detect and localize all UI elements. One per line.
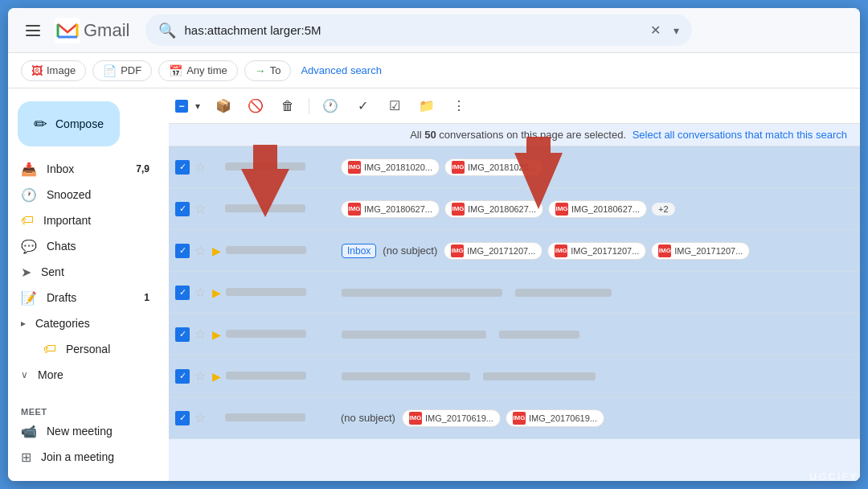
filter-chip-image[interactable]: 🖼 Image [21, 60, 86, 81]
email-content [342, 289, 854, 297]
move-to-button[interactable]: 📁 [412, 92, 441, 121]
to-chip-icon: → [255, 64, 266, 77]
more-options-button[interactable]: ⋮ [444, 92, 473, 121]
table-row[interactable]: ☆ ▶ [169, 355, 860, 397]
tag-button[interactable]: ▶ [211, 327, 223, 343]
meet-section-header: Meet [8, 401, 169, 418]
sidebar-item-chats[interactable]: 💬 Chats [8, 233, 162, 259]
toolbar: ▾ 📦 🚫 🗑 🕐 ✓ ☑ 📁 ⋮ [169, 88, 860, 124]
table-row[interactable]: ☆ ▶ Inbox (no subject) IMG IMG_20171207.… [169, 230, 860, 272]
filter-chip-to[interactable]: → To [244, 60, 292, 81]
table-row[interactable]: ☆ ▶ [169, 272, 860, 314]
row-checkbox[interactable] [175, 244, 190, 258]
advanced-search-button[interactable]: Advanced search [301, 64, 381, 76]
delete-button[interactable]: 🗑 [273, 92, 302, 121]
report-button[interactable]: 🚫 [241, 92, 270, 121]
sender-name [226, 328, 338, 340]
join-meeting-label: Join a meeting [41, 450, 149, 463]
chats-label: Chats [47, 240, 149, 253]
select-all-area[interactable]: ▾ [175, 92, 206, 121]
table-row[interactable]: ☆ IMG IMG_20181020... IMG [169, 146, 860, 188]
mark-unread-button[interactable]: 🕐 [316, 92, 345, 121]
attachment-chip: IMG IMG_20171207... [547, 242, 646, 260]
select-dropdown-button[interactable]: ▾ [190, 92, 206, 121]
hangouts-section-header: Hangouts [8, 479, 169, 481]
sidebar-item-categories[interactable]: ▸ Categories [8, 310, 162, 336]
attachment-name: IMG_20170619... [529, 413, 597, 423]
filter-chip-pdf[interactable]: 📄 PDF [92, 60, 152, 81]
tag-button[interactable]: ▶ [211, 243, 223, 259]
attachment-name: IMG_20180627... [364, 204, 432, 214]
drafts-label: Drafts [47, 291, 134, 304]
status-text-before: All [410, 129, 421, 141]
sidebar-item-join-meeting[interactable]: ⊞ Join a meeting [8, 444, 162, 470]
new-meeting-icon: 📹 [21, 424, 37, 439]
table-row[interactable]: ☆ ▶ [169, 314, 860, 355]
email-subject: (no subject) [341, 412, 395, 424]
img-icon: IMG [348, 203, 361, 216]
email-content: IMG IMG_20180627... IMG IMG_20180627... … [341, 200, 854, 218]
sidebar: ✏ Compose 📥 Inbox 7,9 🕐 Snoozed 🏷 Import… [8, 88, 169, 481]
main-area: ▾ 📦 🚫 🗑 🕐 ✓ ☑ 📁 ⋮ All 50 conversa [169, 88, 860, 481]
attachment-chip: IMG IMG_20170619... [506, 409, 604, 427]
star-button[interactable]: ☆ [193, 325, 207, 343]
menu-icon[interactable] [21, 20, 45, 41]
archive-button[interactable]: 📦 [209, 92, 238, 121]
row-checkbox[interactable] [175, 369, 190, 384]
anytime-chip-icon: 📅 [169, 64, 182, 77]
star-button[interactable]: ☆ [193, 241, 207, 260]
sidebar-item-snoozed[interactable]: 🕐 Snoozed [8, 182, 162, 208]
email-list: ☆ IMG IMG_20181020... IMG [169, 146, 860, 481]
clear-search-button[interactable]: ✕ [645, 21, 665, 39]
main-panel: ▾ 📦 🚫 🗑 🕐 ✓ ☑ 📁 ⋮ All 50 conversa [169, 88, 860, 481]
table-row[interactable]: ☆ (no subject) IMG IMG_20170619... [169, 397, 860, 439]
select-all-checkbox[interactable] [175, 100, 188, 113]
filter-chip-any-time[interactable]: 📅 Any time [158, 60, 238, 81]
join-meeting-icon: ⊞ [21, 450, 31, 465]
sidebar-item-new-meeting[interactable]: 📹 New meeting [8, 418, 162, 444]
attachment-chip: IMG IMG_20180627... [444, 200, 543, 218]
sidebar-item-drafts[interactable]: 📝 Drafts 1 [8, 285, 162, 310]
row-checkbox[interactable] [175, 160, 190, 175]
search-dropdown-button[interactable]: ▾ [674, 24, 679, 37]
personal-label: Personal [66, 343, 149, 355]
tag-button[interactable]: ▶ [211, 368, 223, 384]
row-checkbox[interactable] [175, 327, 190, 342]
row-checkbox[interactable] [175, 286, 190, 300]
sidebar-item-inbox[interactable]: 📥 Inbox 7,9 [8, 156, 162, 182]
img-icon: IMG [452, 203, 465, 216]
compose-button[interactable]: ✏ Compose [18, 101, 120, 146]
star-button[interactable]: ☆ [193, 199, 207, 218]
tag-button[interactable]: ▶ [211, 285, 223, 301]
pdf-chip-label: PDF [121, 64, 141, 76]
row-checkbox[interactable] [175, 411, 190, 425]
sidebar-item-important[interactable]: 🏷 Important [8, 208, 162, 233]
snooze-button[interactable]: ✓ [348, 92, 377, 121]
add-to-tasks-button[interactable]: ☑ [380, 92, 409, 121]
sidebar-item-sent[interactable]: ➤ Sent [8, 259, 162, 285]
status-count: 50 [424, 129, 436, 141]
search-bar: 🔍 ✕ ▾ [145, 14, 692, 46]
more-expand-icon: ∨ [21, 369, 28, 380]
img-icon: IMG [555, 203, 568, 216]
sidebar-item-more[interactable]: ∨ More [8, 362, 162, 388]
email-content [342, 372, 854, 380]
image-chip-label: Image [47, 64, 76, 76]
attachment-name: IMG_20171207... [571, 246, 639, 256]
sidebar-item-personal[interactable]: 🏷 Personal [8, 336, 162, 362]
attachment-chip: IMG IMG_20170619... [402, 409, 501, 427]
star-button[interactable]: ☆ [193, 367, 207, 385]
star-button[interactable]: ☆ [193, 283, 207, 302]
star-button[interactable]: ☆ [193, 409, 207, 427]
attachment-chip: IMG IMG_20171207... [444, 242, 542, 260]
attachment-chips: IMG IMG_20171207... IMG IMG_20171207... … [444, 242, 750, 260]
row-checkbox[interactable] [175, 202, 190, 216]
attachment-name: IMG_20180627... [468, 204, 536, 214]
attachment-name: IMG_20171207... [674, 246, 743, 256]
table-row[interactable]: ☆ IMG IMG_20180627... IMG [169, 188, 860, 230]
select-all-conversations-link[interactable]: Select all conversations that match this… [633, 129, 847, 141]
email-subject: (no subject) [383, 244, 437, 257]
subject-label: Inbox [342, 244, 376, 258]
star-button[interactable]: ☆ [193, 158, 207, 176]
search-input[interactable] [184, 23, 637, 37]
